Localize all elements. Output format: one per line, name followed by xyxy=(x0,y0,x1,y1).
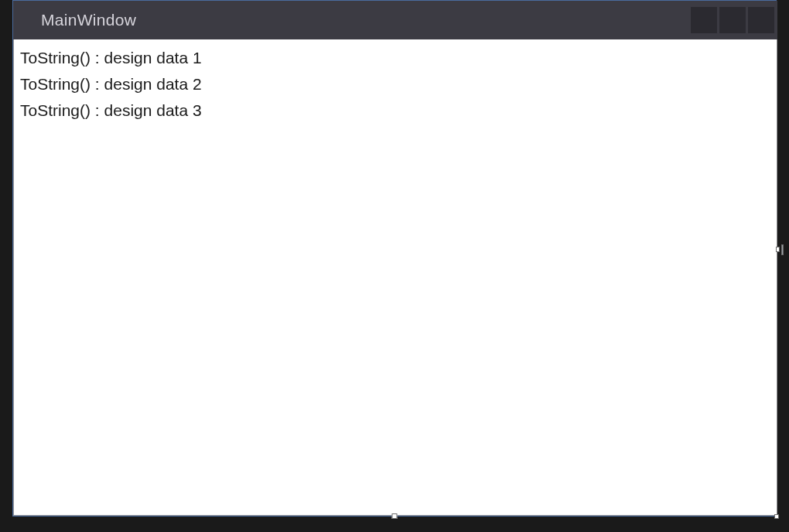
list-item[interactable]: ToString() : design data 2 xyxy=(20,72,770,98)
items-list[interactable]: ToString() : design data 1 ToString() : … xyxy=(20,46,770,124)
list-item[interactable]: ToString() : design data 1 xyxy=(20,46,770,72)
designer-canvas[interactable]: MainWindow ToString() : design data 1 To… xyxy=(12,0,777,517)
main-window: MainWindow ToString() : design data 1 To… xyxy=(13,1,777,516)
minimize-button[interactable] xyxy=(691,7,717,33)
list-item[interactable]: ToString() : design data 3 xyxy=(20,98,770,124)
titlebar[interactable]: MainWindow xyxy=(13,1,777,39)
resize-handle-bottom[interactable] xyxy=(392,513,398,519)
resize-handle-corner[interactable] xyxy=(774,514,779,519)
resize-handle-right[interactable] xyxy=(776,247,780,252)
resize-bar-right[interactable] xyxy=(781,244,784,255)
close-button[interactable] xyxy=(748,7,774,33)
window-title: MainWindow xyxy=(41,11,136,29)
client-area: ToString() : design data 1 ToString() : … xyxy=(13,39,777,516)
maximize-button[interactable] xyxy=(719,7,746,33)
window-controls xyxy=(691,1,774,39)
